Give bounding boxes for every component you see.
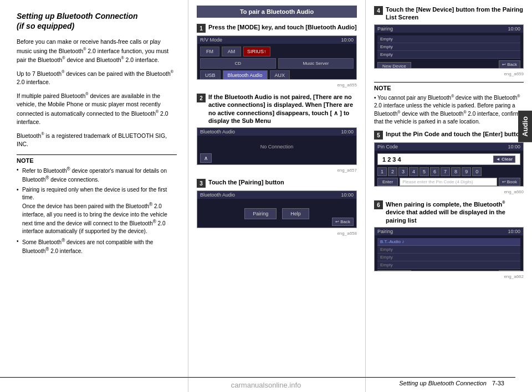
note-item-3: Some Bluetooth® devices are not compatib… (17, 238, 177, 256)
back-button-3[interactable]: ↩ Back (332, 218, 354, 226)
back-button-6[interactable]: ↩ Back (499, 270, 520, 271)
nav-row-2: CD Music Server (200, 58, 354, 69)
screen-pairing-label: Pairing (377, 26, 393, 32)
key-5[interactable]: 5 (420, 167, 429, 176)
screen-caption-2: eng_a657 (197, 168, 357, 173)
am-button[interactable]: AM (222, 47, 241, 56)
note-list: Refer to Bluetooth® device operator's ma… (17, 166, 177, 256)
help-button[interactable]: Help (282, 208, 309, 219)
new-device-button-6[interactable]: New Device (377, 270, 411, 271)
screen-body-1: FM AM SIRIUS↑ CD Music Server USB Blueto… (197, 44, 356, 80)
aux-button[interactable]: AUX (270, 70, 290, 80)
key-7[interactable]: 7 (441, 167, 450, 176)
step-4-number: 4 (374, 6, 383, 15)
note-item-2: Pairing is required only when the device… (17, 186, 177, 235)
arrow-up-button[interactable]: ∧ (200, 153, 212, 163)
step-2: 2 If the Bluetooth Audio is not paired, … (197, 93, 357, 173)
audio-sidebar-tab: Audio (518, 111, 532, 142)
screen4-bottom: New Device ↩ Back (377, 60, 520, 69)
bluetooth-audio-button[interactable]: Bluetooth Audio (223, 70, 268, 80)
intro-paragraph-1: Before you can make or receive hands-fre… (17, 38, 177, 64)
paired-empty-3: Empty (377, 261, 520, 269)
key-2[interactable]: 2 (388, 167, 397, 176)
key-8[interactable]: 8 (451, 167, 461, 176)
step-6: 6 When pairing is complete, the Bluetoot… (374, 200, 524, 279)
step-2-text: If the Bluetooth Audio is not paired, [T… (208, 93, 357, 125)
list-item-empty-3: Empty (377, 51, 520, 59)
right-note-section: NOTE • You cannot pair any Bluetooth® de… (374, 82, 524, 126)
footer-label: Setting up Bluetooth Connection (399, 380, 487, 386)
step-4-header: 4 Touch the [New Device] button from the… (374, 6, 524, 22)
screen-bt-label-3: Bluetooth Audio (200, 192, 235, 198)
sirius-button[interactable]: SIRIUS↑ (243, 47, 270, 56)
step-5: 5 Input the Pin Code and touch the [Ente… (374, 130, 524, 194)
step-2-number: 2 (197, 94, 206, 102)
no-connection-text: No Connection (200, 144, 354, 149)
screen-caption-3: eng_a658 (197, 231, 357, 236)
screen-time-3: 10:00 (341, 192, 354, 198)
pairing-button[interactable]: Pairing (244, 208, 277, 219)
screen-time-6: 10:00 (508, 229, 520, 234)
fm-button[interactable]: FM (200, 47, 219, 56)
key-6[interactable]: 6 (430, 167, 439, 176)
paired-empty-2: Empty (377, 254, 520, 261)
step-1-text: Press the [MODE] key, and touch [Bluetoo… (208, 23, 357, 31)
screen-header-6: Pairing 10:00 (375, 228, 523, 235)
screen-time-5: 10:00 (508, 144, 520, 149)
section-title: Setting up Bluetooth Connection (if so e… (17, 11, 177, 31)
screen-caption-5: eng_a660 (374, 189, 524, 194)
subtitle-text: (if so equipped) (17, 22, 74, 30)
usb-button[interactable]: USB (200, 70, 221, 80)
screen-body-4: Empty Empty Empty New Device ↩ Back (375, 33, 523, 69)
key-3[interactable]: 3 (398, 167, 408, 176)
intro-paragraph-2: Up to 7 Bluetooth® devices can be paired… (17, 69, 177, 87)
nav-row-3: USB Bluetooth Audio AUX (200, 70, 354, 80)
note-title: NOTE (17, 157, 177, 164)
pin-value: 1 2 3 4 (382, 156, 401, 163)
step-6-text: When pairing is complete, the Bluetooth®… (386, 200, 524, 224)
key-0[interactable]: 0 (472, 167, 482, 176)
screen-caption-1: eng_a655 (197, 82, 357, 87)
screen-body-6: B.T.-Audio ♪ Empty Empty Empty New Devic… (375, 235, 523, 271)
screen-body-5: 1 2 3 4 ◄ Clear 1 2 3 4 5 6 7 8 9 0 (375, 151, 523, 187)
right-column: 4 Touch the [New Device] button from the… (366, 0, 532, 392)
section-header: To pair a Bluetooth Audio (197, 6, 357, 18)
left-column: Setting up Bluetooth Connection (if so e… (0, 0, 188, 392)
screen-header-2: Bluetooth Audio 10:00 (197, 128, 356, 136)
screen-header-4: Pairing 10:00 (375, 25, 523, 33)
step-4: 4 Touch the [New Device] button from the… (374, 6, 524, 76)
step-1-number: 1 (197, 24, 206, 33)
music-server-button[interactable]: Music Server (278, 58, 354, 69)
pair-options-row: Pairing Help (200, 208, 354, 219)
new-device-button[interactable]: New Device (377, 62, 411, 69)
step-4-text: Touch the [New Device] button from the P… (386, 6, 524, 22)
key-9[interactable]: 9 (462, 167, 471, 176)
screen-pairing-menu: Bluetooth Audio 10:00 Pairing Help ↩ Bac… (197, 190, 357, 228)
screen-paired-list: Pairing 10:00 B.T.-Audio ♪ Empty Empty E… (374, 227, 524, 271)
step-3-header: 3 Touch the [Pairing] button (197, 178, 357, 188)
step-6-header: 6 When pairing is complete, the Bluetoot… (374, 200, 524, 224)
footer-page-number: 7-33 (492, 380, 504, 386)
back-button-5[interactable]: ↩ Book (499, 178, 520, 186)
screen-pin-code: Pin Code 10:00 1 2 3 4 ◄ Clear 1 2 3 4 5… (374, 142, 524, 187)
key-4[interactable]: 4 (409, 167, 418, 176)
step-3-text: Touch the [Pairing] button (208, 178, 357, 186)
screen-mode-label: R/V Mode (200, 37, 222, 43)
screen-bt-label: Bluetooth Audio (200, 129, 235, 135)
intro-paragraph-3: If multiple paired Bluetooth® devices ar… (17, 91, 177, 127)
clear-button[interactable]: ◄ Clear (493, 156, 515, 163)
screen-header-3: Bluetooth Audio 10:00 (197, 191, 356, 199)
screen-time-1: 10:00 (341, 37, 354, 43)
step-1-header: 1 Press the [MODE] key, and touch [Bluet… (197, 23, 357, 33)
cd-button[interactable]: CD (200, 58, 276, 69)
screen-pairing-list: Pairing 10:00 Empty Empty Empty New Devi… (374, 24, 524, 69)
enter-button[interactable]: Enter (377, 178, 398, 186)
step-5-text: Input the Pin Code and touch the [Enter]… (386, 130, 524, 138)
bt-audio-item: B.T.-Audio ♪ (377, 238, 520, 246)
screen-body-2: No Connection (197, 136, 356, 152)
key-1[interactable]: 1 (377, 167, 387, 176)
middle-column: To pair a Bluetooth Audio 1 Press the [M… (188, 0, 366, 392)
back-button-4[interactable]: ↩ Back (499, 60, 520, 69)
step-3: 3 Touch the [Pairing] button Bluetooth A… (197, 178, 357, 236)
right-note-text: • You cannot pair any Bluetooth® device … (374, 94, 524, 126)
